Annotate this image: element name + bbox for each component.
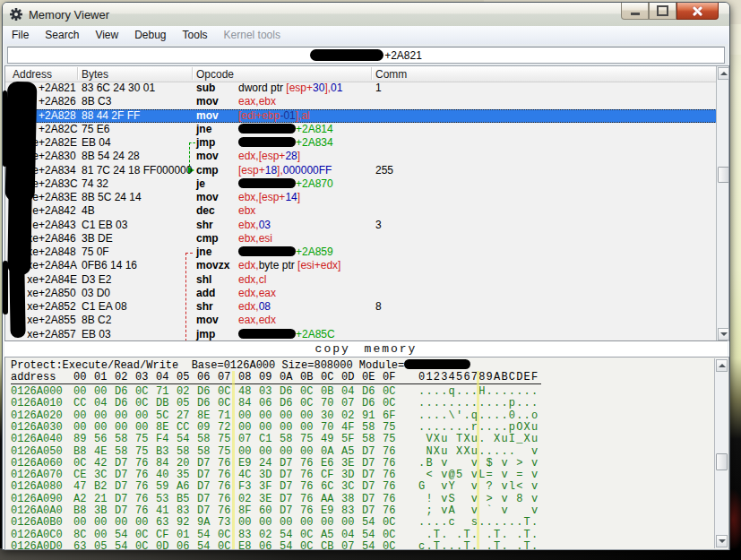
hex-byte[interactable]: 84 bbox=[238, 397, 251, 409]
disasm-row[interactable]: +2A82888 44 2F FFmov[edi+ebp-01],al bbox=[5, 109, 717, 123]
hex-byte[interactable]: 58 bbox=[362, 421, 375, 434]
hex-byte[interactable]: A2 bbox=[73, 493, 86, 505]
hex-byte[interactable]: 76 bbox=[300, 480, 313, 493]
hex-byte[interactable]: 76 bbox=[300, 493, 313, 505]
hex-byte[interactable]: 54 bbox=[280, 529, 292, 541]
hex-byte[interactable]: 21 bbox=[94, 493, 107, 505]
hex-byte[interactable]: 00 bbox=[115, 516, 127, 529]
hex-byte[interactable]: 54 bbox=[362, 516, 375, 529]
hex-byte[interactable]: CB bbox=[321, 540, 333, 550]
disasm-row[interactable]: e+2A83C74 32je+2A870 bbox=[5, 177, 717, 191]
hex-byte[interactable]: 0C bbox=[300, 540, 313, 550]
hex-byte[interactable]: 54 bbox=[197, 540, 210, 550]
hex-byte[interactable]: B3 bbox=[156, 445, 168, 458]
hex-byte[interactable]: 00 bbox=[341, 516, 354, 529]
hex-byte[interactable]: 4F bbox=[341, 421, 354, 434]
hex-byte[interactable]: 76 bbox=[218, 480, 230, 493]
hex-byte[interactable]: 00 bbox=[280, 516, 292, 529]
hex-byte[interactable]: 54 bbox=[177, 433, 189, 445]
hex-byte[interactable]: 83 bbox=[177, 504, 189, 517]
hex-row[interactable]: 0126A0D06305540C0D06540CE806540CCB07540C… bbox=[5, 540, 714, 550]
hex-byte[interactable]: D7 bbox=[115, 493, 127, 505]
hex-byte[interactable]: 0C bbox=[218, 385, 230, 398]
hex-byte[interactable]: 3B bbox=[94, 504, 107, 517]
hex-byte[interactable]: 75 bbox=[135, 445, 148, 458]
hex-row[interactable]: 0126A0B00000000063929A73000000000000540C… bbox=[5, 516, 714, 528]
minimize-button[interactable] bbox=[621, 3, 649, 20]
hex-byte[interactable]: 00 bbox=[259, 409, 271, 422]
hex-byte[interactable]: 4C bbox=[238, 469, 251, 481]
hex-byte[interactable]: D7 bbox=[115, 504, 127, 517]
hex-byte[interactable]: 72 bbox=[218, 421, 230, 434]
disasm-row[interactable]: xe+2A857EB 03jmp+2A85C bbox=[5, 328, 717, 341]
hex-byte[interactable]: 0C bbox=[383, 385, 395, 398]
hex-row[interactable]: 0126A010CC04D60CDB05D60C8406D60C7007D60C… bbox=[5, 397, 714, 409]
hex-byte[interactable]: 3C bbox=[341, 480, 354, 493]
hex-byte[interactable]: 58 bbox=[362, 433, 375, 445]
hex-byte[interactable]: D6 bbox=[280, 397, 292, 409]
hex-byte[interactable]: 6C bbox=[321, 480, 333, 493]
hex-byte[interactable]: 00 bbox=[321, 516, 333, 529]
hex-byte[interactable]: 76 bbox=[135, 480, 148, 493]
hex-byte[interactable]: 76 bbox=[383, 469, 395, 481]
hex-byte[interactable]: CC bbox=[73, 397, 86, 409]
hex-byte[interactable]: 58 bbox=[197, 433, 210, 445]
hex-byte[interactable]: 63 bbox=[73, 540, 86, 550]
hex-byte[interactable]: 0C bbox=[300, 397, 313, 409]
hex-byte[interactable]: 0C bbox=[135, 529, 148, 541]
hex-byte[interactable]: 30 bbox=[321, 409, 333, 422]
scrollbar-thumb[interactable] bbox=[718, 167, 729, 183]
hex-byte[interactable]: 06 bbox=[259, 397, 271, 409]
disasm-row[interactable]: e+2A8424Bdecebx bbox=[5, 204, 717, 218]
hex-byte[interactable]: CE bbox=[73, 469, 86, 481]
disasm-row[interactable]: e+2A82EEB 04jmp+2A834 bbox=[5, 136, 717, 150]
disasm-row[interactable]: xe+2A84ED3 E2shledx,cl bbox=[5, 273, 717, 287]
scrollbar-thumb[interactable] bbox=[716, 453, 728, 470]
hex-byte[interactable]: 0C bbox=[300, 385, 313, 398]
hex-byte[interactable]: 00 bbox=[135, 421, 148, 434]
hex-byte[interactable]: D7 bbox=[115, 480, 127, 493]
hex-byte[interactable]: 9A bbox=[197, 516, 210, 529]
hex-byte[interactable]: D7 bbox=[280, 504, 292, 517]
hex-byte[interactable]: 00 bbox=[280, 409, 292, 422]
hex-byte[interactable]: 00 bbox=[238, 445, 251, 458]
disasm-row[interactable]: +2A8268B C3moveax,ebx bbox=[5, 95, 717, 108]
hex-byte[interactable]: DB bbox=[156, 397, 168, 409]
hex-byte[interactable]: 00 bbox=[300, 516, 313, 529]
hex-byte[interactable]: 0C bbox=[383, 516, 395, 529]
hex-byte[interactable]: 05 bbox=[94, 540, 107, 550]
hex-byte[interactable]: 05 bbox=[177, 397, 189, 409]
hex-byte[interactable]: 3C bbox=[94, 469, 107, 481]
hex-byte[interactable]: 54 bbox=[197, 529, 210, 541]
hex-byte[interactable]: 41 bbox=[156, 504, 168, 517]
hex-byte[interactable]: D6 bbox=[115, 385, 127, 398]
hex-byte[interactable]: 73 bbox=[218, 516, 230, 529]
hex-byte[interactable]: 8E bbox=[197, 409, 210, 422]
hex-byte[interactable]: 02 bbox=[259, 529, 271, 541]
hex-byte[interactable]: 00 bbox=[300, 445, 313, 458]
hex-byte[interactable]: 58 bbox=[280, 433, 292, 445]
hex-byte[interactable]: 00 bbox=[238, 421, 251, 434]
hex-byte[interactable]: 03 bbox=[259, 385, 271, 398]
hex-byte[interactable]: D7 bbox=[280, 469, 292, 481]
hex-byte[interactable]: 00 bbox=[135, 409, 148, 422]
hex-byte[interactable]: 3F bbox=[259, 480, 271, 493]
hex-byte[interactable]: 63 bbox=[156, 516, 168, 529]
disasm-row[interactable]: e+2A83481 7C 24 18 FF000000cmp[esp+18],0… bbox=[5, 164, 717, 177]
hex-byte[interactable]: 07 bbox=[238, 433, 251, 445]
hex-byte[interactable]: 0C bbox=[383, 529, 395, 541]
disasm-row[interactable]: xe+2A84A0FB6 14 16movzxedx,byte ptr [esi… bbox=[5, 259, 717, 272]
hex-byte[interactable]: 75 bbox=[218, 433, 230, 445]
hex-byte[interactable]: 76 bbox=[218, 457, 230, 470]
hex-byte[interactable]: D7 bbox=[280, 493, 292, 505]
disasm-row[interactable]: xe+2A8558B C2moveax,edx bbox=[5, 314, 717, 327]
hex-byte[interactable]: 0C bbox=[300, 529, 313, 541]
hex-byte[interactable]: 00 bbox=[73, 385, 86, 398]
hex-byte[interactable]: 40 bbox=[156, 469, 168, 481]
hex-byte[interactable]: D7 bbox=[280, 480, 292, 493]
hex-byte[interactable]: F3 bbox=[238, 480, 251, 493]
hex-byte[interactable]: 00 bbox=[259, 421, 271, 434]
hex-byte[interactable]: 0C bbox=[135, 385, 148, 398]
menu-view[interactable]: View bbox=[87, 27, 126, 43]
hex-byte[interactable]: 27 bbox=[177, 409, 189, 422]
